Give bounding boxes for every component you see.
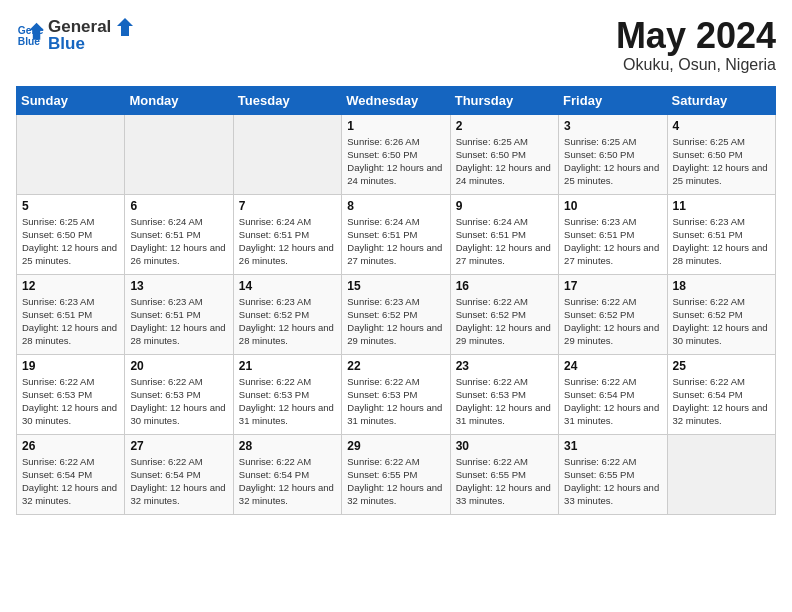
day-number: 23 — [456, 359, 553, 373]
calendar-cell: 20Sunrise: 6:22 AM Sunset: 6:53 PM Dayli… — [125, 354, 233, 434]
title-block: May 2024 Okuku, Osun, Nigeria — [616, 16, 776, 74]
calendar-cell: 7Sunrise: 6:24 AM Sunset: 6:51 PM Daylig… — [233, 194, 341, 274]
day-info: Sunrise: 6:22 AM Sunset: 6:52 PM Dayligh… — [456, 295, 553, 348]
day-number: 30 — [456, 439, 553, 453]
day-header-sunday: Sunday — [17, 86, 125, 114]
day-info: Sunrise: 6:25 AM Sunset: 6:50 PM Dayligh… — [564, 135, 661, 188]
day-number: 21 — [239, 359, 336, 373]
calendar-cell: 15Sunrise: 6:23 AM Sunset: 6:52 PM Dayli… — [342, 274, 450, 354]
calendar-cell: 17Sunrise: 6:22 AM Sunset: 6:52 PM Dayli… — [559, 274, 667, 354]
calendar-cell — [233, 114, 341, 194]
calendar-cell: 16Sunrise: 6:22 AM Sunset: 6:52 PM Dayli… — [450, 274, 558, 354]
day-header-tuesday: Tuesday — [233, 86, 341, 114]
calendar-cell — [17, 114, 125, 194]
month-year-title: May 2024 — [616, 16, 776, 56]
day-info: Sunrise: 6:22 AM Sunset: 6:54 PM Dayligh… — [22, 455, 119, 508]
day-header-monday: Monday — [125, 86, 233, 114]
calendar-cell: 18Sunrise: 6:22 AM Sunset: 6:52 PM Dayli… — [667, 274, 775, 354]
day-info: Sunrise: 6:23 AM Sunset: 6:51 PM Dayligh… — [673, 215, 770, 268]
day-number: 2 — [456, 119, 553, 133]
day-number: 16 — [456, 279, 553, 293]
day-info: Sunrise: 6:22 AM Sunset: 6:55 PM Dayligh… — [456, 455, 553, 508]
day-header-saturday: Saturday — [667, 86, 775, 114]
day-header-wednesday: Wednesday — [342, 86, 450, 114]
day-number: 6 — [130, 199, 227, 213]
day-info: Sunrise: 6:23 AM Sunset: 6:52 PM Dayligh… — [347, 295, 444, 348]
day-number: 9 — [456, 199, 553, 213]
calendar-cell: 21Sunrise: 6:22 AM Sunset: 6:53 PM Dayli… — [233, 354, 341, 434]
calendar-cell: 27Sunrise: 6:22 AM Sunset: 6:54 PM Dayli… — [125, 434, 233, 514]
calendar-cell: 8Sunrise: 6:24 AM Sunset: 6:51 PM Daylig… — [342, 194, 450, 274]
calendar-cell: 2Sunrise: 6:25 AM Sunset: 6:50 PM Daylig… — [450, 114, 558, 194]
calendar-cell: 13Sunrise: 6:23 AM Sunset: 6:51 PM Dayli… — [125, 274, 233, 354]
day-info: Sunrise: 6:25 AM Sunset: 6:50 PM Dayligh… — [673, 135, 770, 188]
logo: General Blue General Blue — [16, 16, 135, 54]
day-info: Sunrise: 6:25 AM Sunset: 6:50 PM Dayligh… — [22, 215, 119, 268]
calendar-cell: 9Sunrise: 6:24 AM Sunset: 6:51 PM Daylig… — [450, 194, 558, 274]
day-number: 11 — [673, 199, 770, 213]
calendar-cell: 29Sunrise: 6:22 AM Sunset: 6:55 PM Dayli… — [342, 434, 450, 514]
day-info: Sunrise: 6:24 AM Sunset: 6:51 PM Dayligh… — [130, 215, 227, 268]
day-number: 10 — [564, 199, 661, 213]
page-header: General Blue General Blue May 2024 Okuku… — [16, 16, 776, 74]
calendar-cell: 5Sunrise: 6:25 AM Sunset: 6:50 PM Daylig… — [17, 194, 125, 274]
calendar-cell: 10Sunrise: 6:23 AM Sunset: 6:51 PM Dayli… — [559, 194, 667, 274]
day-number: 17 — [564, 279, 661, 293]
calendar-cell — [125, 114, 233, 194]
location-subtitle: Okuku, Osun, Nigeria — [616, 56, 776, 74]
day-number: 7 — [239, 199, 336, 213]
day-info: Sunrise: 6:24 AM Sunset: 6:51 PM Dayligh… — [456, 215, 553, 268]
calendar-cell: 14Sunrise: 6:23 AM Sunset: 6:52 PM Dayli… — [233, 274, 341, 354]
day-info: Sunrise: 6:22 AM Sunset: 6:52 PM Dayligh… — [673, 295, 770, 348]
calendar-cell: 31Sunrise: 6:22 AM Sunset: 6:55 PM Dayli… — [559, 434, 667, 514]
day-info: Sunrise: 6:23 AM Sunset: 6:51 PM Dayligh… — [22, 295, 119, 348]
day-number: 20 — [130, 359, 227, 373]
day-info: Sunrise: 6:24 AM Sunset: 6:51 PM Dayligh… — [239, 215, 336, 268]
calendar-cell: 23Sunrise: 6:22 AM Sunset: 6:53 PM Dayli… — [450, 354, 558, 434]
day-header-thursday: Thursday — [450, 86, 558, 114]
day-number: 26 — [22, 439, 119, 453]
day-number: 13 — [130, 279, 227, 293]
day-number: 25 — [673, 359, 770, 373]
calendar-cell: 19Sunrise: 6:22 AM Sunset: 6:53 PM Dayli… — [17, 354, 125, 434]
calendar-week-row: 12Sunrise: 6:23 AM Sunset: 6:51 PM Dayli… — [17, 274, 776, 354]
day-number: 29 — [347, 439, 444, 453]
day-info: Sunrise: 6:22 AM Sunset: 6:53 PM Dayligh… — [347, 375, 444, 428]
calendar-cell: 26Sunrise: 6:22 AM Sunset: 6:54 PM Dayli… — [17, 434, 125, 514]
day-info: Sunrise: 6:26 AM Sunset: 6:50 PM Dayligh… — [347, 135, 444, 188]
day-info: Sunrise: 6:23 AM Sunset: 6:51 PM Dayligh… — [564, 215, 661, 268]
day-info: Sunrise: 6:23 AM Sunset: 6:52 PM Dayligh… — [239, 295, 336, 348]
day-number: 15 — [347, 279, 444, 293]
day-number: 1 — [347, 119, 444, 133]
day-number: 19 — [22, 359, 119, 373]
day-number: 18 — [673, 279, 770, 293]
calendar-cell: 28Sunrise: 6:22 AM Sunset: 6:54 PM Dayli… — [233, 434, 341, 514]
day-info: Sunrise: 6:22 AM Sunset: 6:54 PM Dayligh… — [673, 375, 770, 428]
day-number: 28 — [239, 439, 336, 453]
logo-icon: General Blue — [16, 21, 44, 49]
day-info: Sunrise: 6:22 AM Sunset: 6:55 PM Dayligh… — [347, 455, 444, 508]
calendar-cell — [667, 434, 775, 514]
day-info: Sunrise: 6:22 AM Sunset: 6:54 PM Dayligh… — [130, 455, 227, 508]
day-info: Sunrise: 6:22 AM Sunset: 6:53 PM Dayligh… — [130, 375, 227, 428]
day-number: 5 — [22, 199, 119, 213]
day-info: Sunrise: 6:22 AM Sunset: 6:54 PM Dayligh… — [239, 455, 336, 508]
calendar-cell: 11Sunrise: 6:23 AM Sunset: 6:51 PM Dayli… — [667, 194, 775, 274]
day-header-friday: Friday — [559, 86, 667, 114]
logo-chevron-icon — [113, 16, 135, 38]
day-info: Sunrise: 6:22 AM Sunset: 6:53 PM Dayligh… — [456, 375, 553, 428]
day-number: 31 — [564, 439, 661, 453]
calendar-cell: 22Sunrise: 6:22 AM Sunset: 6:53 PM Dayli… — [342, 354, 450, 434]
day-number: 22 — [347, 359, 444, 373]
day-info: Sunrise: 6:22 AM Sunset: 6:55 PM Dayligh… — [564, 455, 661, 508]
day-info: Sunrise: 6:23 AM Sunset: 6:51 PM Dayligh… — [130, 295, 227, 348]
day-number: 8 — [347, 199, 444, 213]
day-info: Sunrise: 6:25 AM Sunset: 6:50 PM Dayligh… — [456, 135, 553, 188]
day-number: 14 — [239, 279, 336, 293]
day-info: Sunrise: 6:22 AM Sunset: 6:52 PM Dayligh… — [564, 295, 661, 348]
calendar-header-row: SundayMondayTuesdayWednesdayThursdayFrid… — [17, 86, 776, 114]
calendar-cell: 1Sunrise: 6:26 AM Sunset: 6:50 PM Daylig… — [342, 114, 450, 194]
day-number: 4 — [673, 119, 770, 133]
calendar-cell: 3Sunrise: 6:25 AM Sunset: 6:50 PM Daylig… — [559, 114, 667, 194]
day-number: 24 — [564, 359, 661, 373]
